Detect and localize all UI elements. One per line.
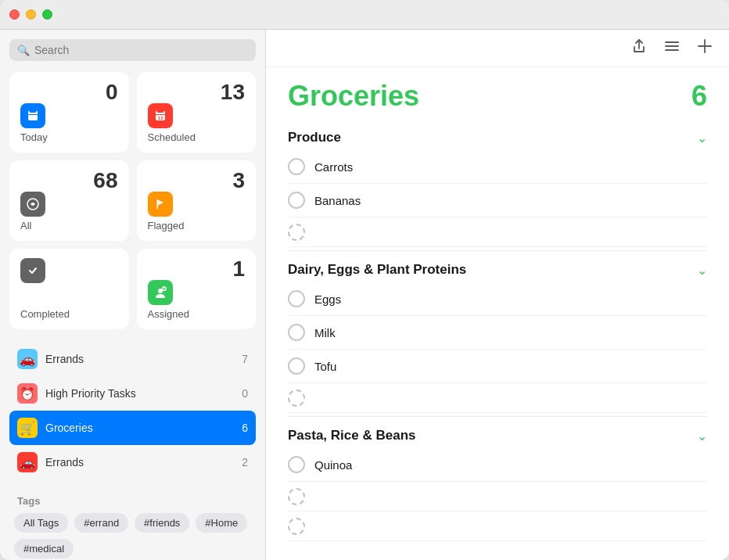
today-icon (20, 103, 45, 128)
share-icon[interactable] (630, 38, 648, 59)
flagged-label: Flagged (148, 220, 246, 232)
minimize-button[interactable] (26, 9, 36, 20)
task-tofu-name: Tofu (314, 360, 336, 373)
smart-list-all[interactable]: 68 All (9, 160, 129, 241)
search-bar[interactable]: 🔍 (9, 39, 256, 61)
dairy-add-row[interactable] (288, 383, 707, 413)
task-eggs-checkbox[interactable] (288, 290, 305, 307)
assigned-count: 1 (148, 258, 246, 280)
high-priority-name: High Priority Tasks (45, 387, 234, 400)
smart-lists-grid: 0 Today 13 (9, 72, 256, 329)
errands1-name: Errands (45, 353, 234, 365)
task-bananas[interactable]: Bananas (288, 184, 707, 217)
high-priority-icon: ⏰ (17, 383, 38, 404)
task-quinoa-checkbox[interactable] (288, 456, 305, 473)
high-priority-count: 0 (242, 387, 248, 400)
app-window: 🔍 0 Today (0, 0, 729, 560)
produce-add-row[interactable] (288, 217, 707, 247)
smart-list-scheduled[interactable]: 13 13 Scheduled (137, 72, 257, 153)
group-dairy-title: Dairy, Eggs & Plant Proteins (288, 262, 466, 278)
list-item-high-priority[interactable]: ⏰ High Priority Tasks 0 (9, 376, 256, 411)
pasta-add-row2[interactable] (288, 512, 707, 541)
groceries-name: Groceries (45, 422, 234, 434)
main-content: 🔍 0 Today (0, 30, 729, 560)
list-item-errands1[interactable]: 🚗 Errands 7 (9, 342, 256, 376)
task-milk[interactable]: Milk (288, 316, 707, 350)
group-pasta-header: Pasta, Rice & Beans ⌄ (288, 416, 707, 448)
svg-rect-9 (156, 114, 165, 115)
svg-text:13: 13 (157, 116, 163, 120)
tag-friends[interactable]: #friends (135, 513, 189, 533)
group-produce-header: Produce ⌄ (288, 119, 707, 150)
dairy-add-placeholder (288, 389, 305, 407)
scheduled-label: Scheduled (148, 131, 246, 143)
group-pasta-title: Pasta, Rice & Beans (288, 428, 415, 443)
task-bananas-checkbox[interactable] (288, 192, 305, 209)
groceries-icon: 🛒 (17, 418, 38, 438)
tags-section: Tags All Tags #errand #friends #Home #me… (9, 492, 256, 560)
all-label: All (20, 220, 118, 232)
group-pasta-chevron[interactable]: ⌄ (697, 429, 707, 443)
task-eggs-name: Eggs (314, 293, 341, 306)
svg-rect-7 (156, 111, 157, 114)
completed-label: Completed (20, 308, 118, 320)
task-quinoa[interactable]: Quinoa (288, 448, 707, 482)
task-eggs[interactable]: Eggs (288, 282, 707, 316)
svg-rect-4 (28, 114, 38, 115)
detail-toolbar (266, 30, 729, 67)
add-task-icon[interactable] (696, 38, 713, 59)
svg-rect-8 (163, 111, 165, 114)
errands2-icon: 🚗 (17, 452, 38, 472)
maximize-button[interactable] (42, 9, 52, 20)
task-milk-checkbox[interactable] (288, 324, 305, 341)
svg-rect-14 (156, 199, 158, 209)
group-dairy-chevron[interactable]: ⌄ (697, 263, 707, 278)
task-bananas-name: Bananas (314, 194, 361, 207)
flagged-count: 3 (148, 170, 246, 192)
svg-rect-2 (28, 111, 30, 114)
svg-point-17 (158, 289, 163, 293)
smart-list-completed[interactable]: Completed (9, 249, 129, 329)
task-carrots-name: Carrots (314, 160, 353, 174)
smart-list-flagged[interactable]: 3 Flagged (137, 160, 257, 241)
search-input[interactable] (34, 44, 248, 56)
task-carrots-checkbox[interactable] (288, 158, 305, 175)
group-produce-title: Produce (288, 130, 341, 145)
task-tofu-checkbox[interactable] (288, 357, 305, 375)
smart-list-today[interactable]: 0 Today (9, 72, 129, 153)
today-count: 0 (20, 81, 118, 103)
list-item-errands2[interactable]: 🚗 Errands 2 (9, 445, 256, 479)
errands2-count: 2 (242, 456, 248, 468)
list-view-icon[interactable] (663, 38, 681, 59)
group-produce-chevron[interactable]: ⌄ (697, 131, 707, 145)
errands1-icon: 🚗 (17, 349, 38, 369)
tag-errand[interactable]: #errand (74, 513, 128, 533)
tag-all-tags[interactable]: All Tags (14, 513, 68, 533)
flagged-icon (148, 192, 173, 217)
detail-header: Groceries 6 (266, 67, 729, 119)
smart-list-assigned[interactable]: 1 Assigned (137, 249, 257, 329)
tags-label: Tags (9, 492, 256, 513)
pasta-add-placeholder2 (288, 518, 305, 535)
tags-container: All Tags #errand #friends #Home #medical (9, 513, 256, 558)
task-tofu[interactable]: Tofu (288, 350, 707, 383)
pasta-add-row1[interactable] (288, 482, 707, 512)
errands2-name: Errands (45, 456, 234, 468)
scheduled-count: 13 (148, 81, 246, 103)
svg-rect-3 (36, 111, 38, 114)
tag-home[interactable]: #Home (196, 513, 247, 533)
detail-count: 6 (691, 80, 707, 113)
close-button[interactable] (9, 9, 20, 20)
tag-medical[interactable]: #medical (14, 539, 74, 558)
scheduled-icon: 13 (148, 103, 173, 128)
pasta-add-placeholder1 (288, 488, 305, 505)
titlebar (0, 0, 729, 30)
all-icon (20, 192, 45, 217)
assigned-icon (148, 280, 173, 305)
assigned-label: Assigned (148, 308, 246, 320)
detail-pane: Groceries 6 Produce ⌄ Carrots Bananas (266, 30, 729, 560)
list-item-groceries[interactable]: 🛒 Groceries 6 (9, 411, 256, 445)
task-carrots[interactable]: Carrots (288, 150, 707, 184)
task-quinoa-name: Quinoa (314, 458, 352, 472)
today-label: Today (20, 131, 118, 143)
